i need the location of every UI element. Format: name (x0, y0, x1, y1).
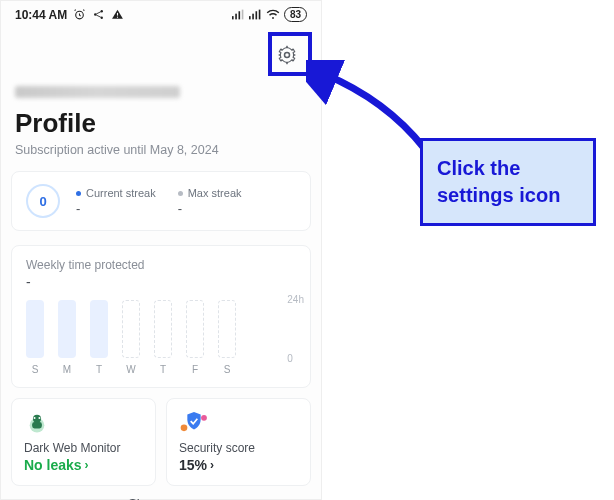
svg-rect-18 (32, 422, 42, 429)
score-label: Security score (179, 441, 298, 455)
show-more-link[interactable]: Show more (1, 496, 321, 500)
svg-rect-11 (252, 14, 254, 20)
chevron-right-icon: › (85, 458, 89, 472)
current-streak-value: - (76, 201, 156, 216)
streak-counter: 0 (26, 184, 60, 218)
max-streak-label: Max streak (178, 187, 242, 199)
svg-point-22 (201, 415, 207, 421)
day-s: S (26, 364, 44, 375)
bar-sun (26, 300, 44, 358)
dark-web-monitor-card[interactable]: Dark Web Monitor No leaks › (11, 398, 156, 486)
feature-cards-row: Dark Web Monitor No leaks › Security sco… (11, 398, 311, 486)
share-icon (92, 8, 105, 21)
day-t2: T (154, 364, 172, 375)
y-top: 24h (287, 294, 304, 305)
svg-rect-13 (259, 10, 261, 20)
warning-icon (111, 8, 124, 21)
status-bar: 10:44 AM 83 (1, 1, 321, 24)
security-score-icon (179, 409, 298, 435)
wifi-icon (266, 9, 280, 20)
day-m: M (58, 364, 76, 375)
bar-tue (90, 300, 108, 358)
svg-rect-8 (238, 11, 240, 19)
weekly-title: Weekly time protected (26, 258, 296, 272)
status-time: 10:44 AM (15, 8, 67, 22)
svg-point-1 (94, 13, 96, 15)
subscription-status: Subscription active until May 8, 2024 (15, 143, 321, 157)
weekly-bars: 24h 0 (26, 300, 296, 358)
svg-point-19 (34, 417, 36, 419)
bar-fri (186, 300, 204, 358)
streak-card: 0 Current streak - Max streak - (11, 171, 311, 231)
day-s2: S (218, 364, 236, 375)
svg-rect-6 (232, 16, 234, 19)
settings-button[interactable] (269, 37, 305, 73)
svg-rect-4 (117, 13, 118, 16)
svg-point-15 (285, 53, 290, 58)
annotation-callout: Click the settings icon (420, 138, 596, 226)
max-streak-value: - (178, 201, 242, 216)
svg-point-14 (272, 17, 274, 19)
battery-indicator: 83 (284, 7, 307, 22)
dwm-label: Dark Web Monitor (24, 441, 143, 455)
chevron-right-icon: › (210, 458, 214, 472)
signal-icon (232, 9, 245, 20)
security-score-card[interactable]: Security score 15% › (166, 398, 311, 486)
day-f: F (186, 364, 204, 375)
svg-point-20 (38, 417, 40, 419)
bar-sat (218, 300, 236, 358)
weekly-value: - (26, 274, 296, 290)
gear-icon (277, 45, 297, 65)
signal2-icon (249, 9, 262, 20)
bar-thu (154, 300, 172, 358)
dark-web-icon (24, 409, 143, 435)
svg-point-21 (181, 425, 188, 432)
svg-rect-12 (255, 11, 257, 19)
svg-rect-9 (242, 10, 244, 20)
account-email-blurred (15, 86, 180, 98)
page-title: Profile (15, 108, 321, 139)
svg-point-2 (101, 10, 103, 12)
y-bottom: 0 (287, 353, 304, 364)
current-streak-label: Current streak (76, 187, 156, 199)
score-value: 15% (179, 457, 207, 473)
svg-rect-5 (117, 17, 118, 18)
svg-rect-10 (249, 16, 251, 19)
svg-point-3 (101, 17, 103, 19)
dwm-value: No leaks (24, 457, 82, 473)
annotation-arrow (306, 60, 436, 170)
day-w: W (122, 364, 140, 375)
svg-rect-7 (235, 14, 237, 20)
bar-mon (58, 300, 76, 358)
day-labels: S M T W T F S (26, 364, 296, 375)
alarm-icon (73, 8, 86, 21)
weekly-card: Weekly time protected - 24h 0 S M T W T … (11, 245, 311, 388)
day-t: T (90, 364, 108, 375)
bar-wed (122, 300, 140, 358)
phone-screen: 10:44 AM 83 (0, 0, 322, 500)
